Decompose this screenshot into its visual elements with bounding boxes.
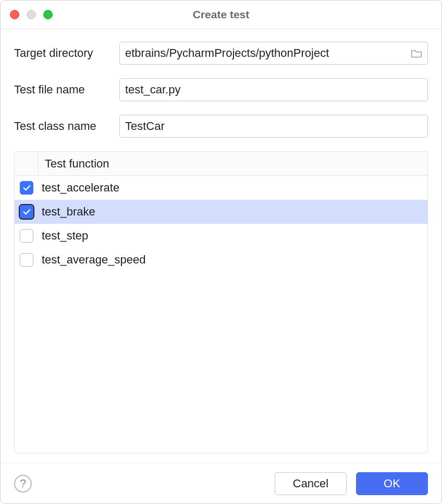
help-button[interactable]: ?: [14, 475, 32, 493]
table-body: test_acceleratetest_braketest_steptest_a…: [15, 176, 427, 453]
test-function-table: Test function test_acceleratetest_braket…: [14, 151, 428, 453]
maximize-icon[interactable]: [43, 10, 53, 19]
checkbox[interactable]: [20, 229, 33, 243]
table-cell-check: [15, 200, 39, 224]
test-file-label: Test file name: [14, 83, 119, 97]
ok-button[interactable]: OK: [356, 472, 428, 495]
table-header: Test function: [15, 152, 427, 176]
folder-icon[interactable]: [411, 49, 422, 58]
checkbox[interactable]: [20, 253, 33, 267]
table-cell-label: test_step: [39, 229, 88, 243]
checkbox[interactable]: [20, 181, 33, 195]
test-class-label: Test class name: [14, 119, 119, 133]
target-directory-label: Target directory: [14, 46, 119, 60]
table-row[interactable]: test_accelerate: [15, 176, 427, 200]
table-header-check-col: [15, 152, 39, 175]
test-file-row: Test file name: [14, 78, 428, 101]
test-file-field-wrap: [119, 78, 428, 101]
close-icon[interactable]: [10, 10, 19, 19]
create-test-dialog: Create test Target directory Test file n…: [0, 0, 442, 504]
table-cell-check: [15, 176, 39, 200]
target-directory-row: Target directory: [14, 42, 428, 65]
checkbox[interactable]: [20, 205, 33, 219]
target-directory-field-wrap: [119, 42, 428, 65]
table-header-label: Test function: [39, 157, 109, 171]
window-controls: [10, 10, 53, 19]
table-cell-check: [15, 248, 39, 272]
table-row[interactable]: test_brake: [15, 200, 427, 224]
test-class-field-wrap: [119, 115, 428, 138]
target-directory-input[interactable]: [125, 46, 408, 60]
table-row[interactable]: test_average_speed: [15, 248, 427, 272]
test-file-input[interactable]: [125, 83, 422, 97]
dialog-footer: ? Cancel OK: [1, 463, 441, 503]
test-class-row: Test class name: [14, 115, 428, 138]
minimize-icon[interactable]: [27, 10, 36, 19]
table-cell-label: test_brake: [39, 205, 95, 219]
dialog-body: Target directory Test file name Test cla…: [1, 29, 441, 463]
cancel-button[interactable]: Cancel: [275, 472, 347, 495]
titlebar: Create test: [1, 1, 441, 29]
dialog-title: Create test: [193, 8, 250, 21]
table-cell-check: [15, 224, 39, 248]
table-cell-label: test_accelerate: [39, 181, 119, 195]
test-class-input[interactable]: [125, 119, 422, 133]
table-cell-label: test_average_speed: [39, 253, 145, 267]
table-row[interactable]: test_step: [15, 224, 427, 248]
